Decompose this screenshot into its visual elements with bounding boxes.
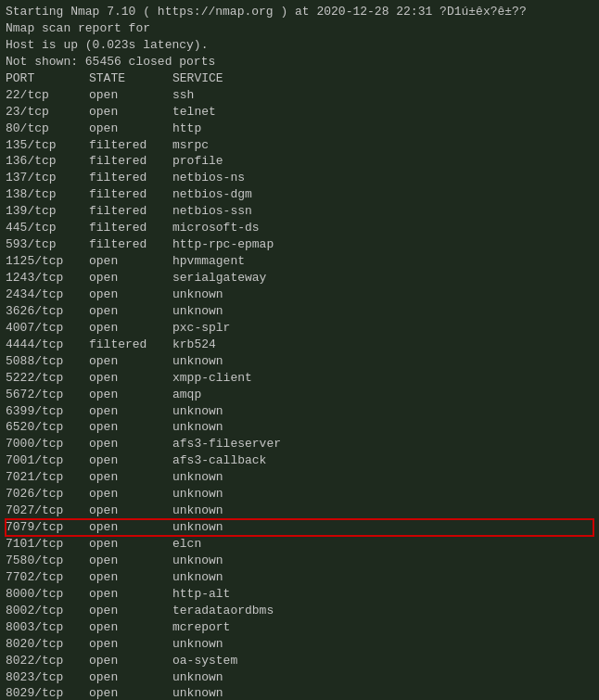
port-row: 7027/tcpopenunknown [6, 503, 593, 519]
port-row: 6399/tcpopenunknown [6, 403, 593, 420]
port-col-state: open [89, 685, 172, 700]
port-col-service: afs3-callback [172, 452, 266, 469]
port-col-service: telnet [172, 104, 216, 121]
port-col-state: open [89, 503, 172, 519]
port-col-port: 22/tcp [6, 87, 89, 104]
port-row: 7101/tcpopenelcn [6, 536, 593, 553]
port-row: 5672/tcpopenamqp [6, 387, 593, 403]
port-col-state: open [89, 419, 172, 436]
port-col-port: 8002/tcp [6, 603, 89, 619]
port-col-service: netbios-ssn [172, 203, 252, 220]
port-col-service: unknown [172, 569, 223, 586]
port-col-port: 1125/tcp [6, 253, 89, 270]
port-row: 8023/tcpopenunknown [6, 669, 593, 686]
port-col-service: mcreport [172, 619, 230, 636]
not-shown-line: Not shown: 65456 closed ports [6, 54, 593, 70]
host-up-line: Host is up (0.023s latency). [6, 37, 593, 54]
port-col-service: netbios-ns [172, 170, 245, 186]
port-col-port: 7079/tcp [6, 519, 89, 536]
port-col-service: unknown [172, 419, 223, 436]
port-col-service: unknown [172, 303, 223, 320]
port-col-port: 137/tcp [6, 170, 89, 186]
port-col-port: 7000/tcp [6, 436, 89, 452]
port-row: 4444/tcpfilteredkrb524 [6, 337, 593, 353]
col-header-state: STATE [89, 70, 172, 87]
nmap-scan-report-line: Nmap scan report for [6, 20, 593, 37]
port-col-state: open [89, 519, 172, 536]
port-col-port: 7021/tcp [6, 469, 89, 486]
port-col-service: krb524 [172, 337, 216, 353]
port-col-port: 8023/tcp [6, 669, 89, 686]
port-col-state: open [89, 452, 172, 469]
port-col-port: 4444/tcp [6, 337, 89, 353]
port-col-state: open [89, 353, 172, 370]
port-col-state: open [89, 469, 172, 486]
port-col-port: 7001/tcp [6, 452, 89, 469]
port-col-service: elcn [172, 536, 201, 553]
port-col-service: ssh [172, 87, 194, 104]
port-row: 139/tcpfilterednetbios-ssn [6, 203, 593, 220]
port-col-service: http-alt [172, 586, 230, 603]
port-col-state: filtered [89, 236, 172, 253]
port-row: 138/tcpfilterednetbios-dgm [6, 186, 593, 203]
port-col-state: open [89, 387, 172, 403]
port-row: 23/tcpopentelnet [6, 104, 593, 121]
col-header-port: PORT [6, 70, 89, 87]
port-row: 8000/tcpopenhttp-alt [6, 586, 593, 603]
port-col-state: filtered [89, 137, 172, 154]
port-col-port: 7026/tcp [6, 486, 89, 503]
port-col-state: open [89, 536, 172, 553]
port-col-state: open [89, 486, 172, 503]
port-col-service: xmpp-client [172, 370, 252, 387]
port-row: 6520/tcpopenunknown [6, 419, 593, 436]
port-row: 8022/tcpopenoa-system [6, 653, 593, 669]
port-row: 1243/tcpopenserialgateway [6, 270, 593, 286]
port-col-port: 8000/tcp [6, 586, 89, 603]
port-row: 7021/tcpopenunknown [6, 469, 593, 486]
port-row: 445/tcpfilteredmicrosoft-ds [6, 220, 593, 236]
port-row: 80/tcpopenhttp [6, 121, 593, 137]
port-row: 7001/tcpopenafs3-callback [6, 452, 593, 469]
port-col-service: http-rpc-epmap [172, 236, 274, 253]
port-col-service: profile [172, 153, 223, 170]
port-col-port: 8029/tcp [6, 685, 89, 700]
port-col-port: 8020/tcp [6, 636, 89, 653]
port-col-port: 80/tcp [6, 121, 89, 137]
port-col-state: filtered [89, 203, 172, 220]
port-col-state: open [89, 370, 172, 387]
port-col-service: teradataordbms [172, 603, 274, 619]
port-col-state: filtered [89, 186, 172, 203]
port-col-port: 3626/tcp [6, 303, 89, 320]
port-col-state: open [89, 87, 172, 104]
port-col-port: 593/tcp [6, 236, 89, 253]
port-col-service: unknown [172, 685, 223, 700]
port-row: 136/tcpfilteredprofile [6, 153, 593, 170]
port-col-state: open [89, 270, 172, 286]
port-row: 3626/tcpopenunknown [6, 303, 593, 320]
port-col-service: amqp [172, 387, 201, 403]
port-col-port: 23/tcp [6, 104, 89, 121]
port-col-port: 135/tcp [6, 137, 89, 154]
port-col-service: unknown [172, 636, 223, 653]
port-col-port: 6520/tcp [6, 419, 89, 436]
port-col-port: 7580/tcp [6, 553, 89, 569]
port-col-port: 4007/tcp [6, 320, 89, 337]
port-col-service: microsoft-ds [172, 220, 260, 236]
col-header-service: SERVICE [172, 70, 223, 87]
port-col-service: serialgateway [172, 270, 266, 286]
port-col-port: 2434/tcp [6, 286, 89, 303]
port-row: 7026/tcpopenunknown [6, 486, 593, 503]
port-row: 7000/tcpopenafs3-fileserver [6, 436, 593, 452]
port-col-port: 136/tcp [6, 153, 89, 170]
port-row: 8002/tcpopenteradataordbms [6, 603, 593, 619]
port-row: 8029/tcpopenunknown [6, 685, 593, 700]
port-col-state: open [89, 320, 172, 337]
port-col-port: 8003/tcp [6, 619, 89, 636]
port-col-state: open [89, 403, 172, 420]
port-row: 135/tcpfilteredmsrpc [6, 137, 593, 154]
port-col-service: unknown [172, 519, 223, 536]
port-col-service: unknown [172, 669, 223, 686]
port-row: 7079/tcpopenunknown [6, 519, 593, 536]
port-col-state: open [89, 303, 172, 320]
port-row: 593/tcpfilteredhttp-rpc-epmap [6, 236, 593, 253]
